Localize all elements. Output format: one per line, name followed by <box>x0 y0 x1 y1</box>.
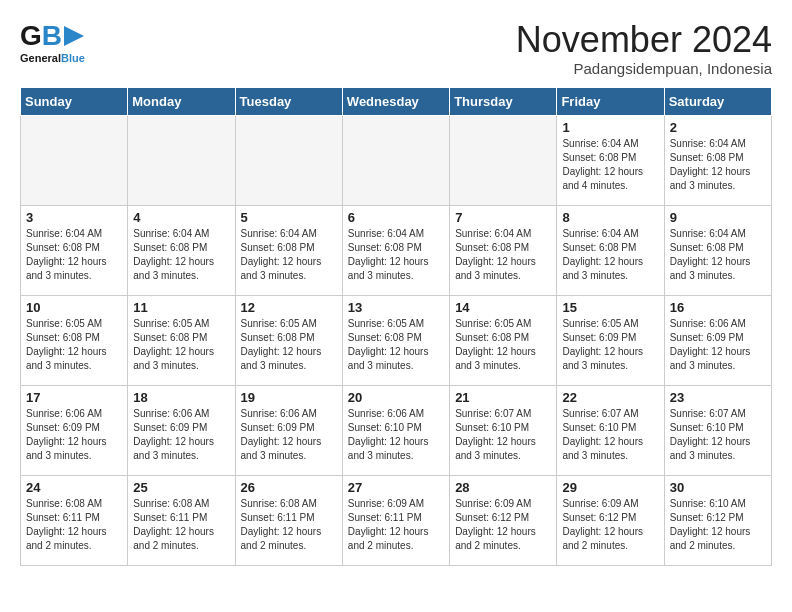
day-number: 11 <box>133 300 229 315</box>
calendar-cell: 20Sunrise: 6:06 AMSunset: 6:10 PMDayligh… <box>342 385 449 475</box>
logo: G B General Blue <box>20 20 85 64</box>
calendar-cell: 16Sunrise: 6:06 AMSunset: 6:09 PMDayligh… <box>664 295 771 385</box>
calendar-cell: 22Sunrise: 6:07 AMSunset: 6:10 PMDayligh… <box>557 385 664 475</box>
day-info: Sunrise: 6:04 AMSunset: 6:08 PMDaylight:… <box>26 227 122 283</box>
day-number: 28 <box>455 480 551 495</box>
logo-blue-text: Blue <box>61 52 85 64</box>
calendar-cell: 14Sunrise: 6:05 AMSunset: 6:08 PMDayligh… <box>450 295 557 385</box>
day-number: 13 <box>348 300 444 315</box>
day-info: Sunrise: 6:04 AMSunset: 6:08 PMDaylight:… <box>348 227 444 283</box>
day-number: 20 <box>348 390 444 405</box>
weekday-header-tuesday: Tuesday <box>235 87 342 115</box>
title-area: November 2024 Padangsidempuan, Indonesia <box>516 20 772 77</box>
day-number: 1 <box>562 120 658 135</box>
day-info: Sunrise: 6:09 AMSunset: 6:11 PMDaylight:… <box>348 497 444 553</box>
calendar-cell: 28Sunrise: 6:09 AMSunset: 6:12 PMDayligh… <box>450 475 557 565</box>
calendar-cell: 10Sunrise: 6:05 AMSunset: 6:08 PMDayligh… <box>21 295 128 385</box>
day-info: Sunrise: 6:08 AMSunset: 6:11 PMDaylight:… <box>133 497 229 553</box>
calendar-table: SundayMondayTuesdayWednesdayThursdayFrid… <box>20 87 772 566</box>
day-number: 23 <box>670 390 766 405</box>
day-number: 18 <box>133 390 229 405</box>
logo-g: G <box>20 20 42 52</box>
day-info: Sunrise: 6:07 AMSunset: 6:10 PMDaylight:… <box>670 407 766 463</box>
day-info: Sunrise: 6:05 AMSunset: 6:08 PMDaylight:… <box>133 317 229 373</box>
day-info: Sunrise: 6:05 AMSunset: 6:08 PMDaylight:… <box>241 317 337 373</box>
calendar-cell: 12Sunrise: 6:05 AMSunset: 6:08 PMDayligh… <box>235 295 342 385</box>
calendar-cell: 25Sunrise: 6:08 AMSunset: 6:11 PMDayligh… <box>128 475 235 565</box>
day-info: Sunrise: 6:08 AMSunset: 6:11 PMDaylight:… <box>241 497 337 553</box>
weekday-header-wednesday: Wednesday <box>342 87 449 115</box>
calendar-cell: 5Sunrise: 6:04 AMSunset: 6:08 PMDaylight… <box>235 205 342 295</box>
logo-b: B <box>42 20 62 52</box>
day-number: 19 <box>241 390 337 405</box>
day-info: Sunrise: 6:05 AMSunset: 6:09 PMDaylight:… <box>562 317 658 373</box>
calendar-cell: 9Sunrise: 6:04 AMSunset: 6:08 PMDaylight… <box>664 205 771 295</box>
calendar-cell: 19Sunrise: 6:06 AMSunset: 6:09 PMDayligh… <box>235 385 342 475</box>
day-info: Sunrise: 6:04 AMSunset: 6:08 PMDaylight:… <box>562 227 658 283</box>
calendar-cell: 13Sunrise: 6:05 AMSunset: 6:08 PMDayligh… <box>342 295 449 385</box>
calendar-cell: 24Sunrise: 6:08 AMSunset: 6:11 PMDayligh… <box>21 475 128 565</box>
weekday-header-friday: Friday <box>557 87 664 115</box>
calendar-cell <box>450 115 557 205</box>
weekday-header-thursday: Thursday <box>450 87 557 115</box>
day-info: Sunrise: 6:04 AMSunset: 6:08 PMDaylight:… <box>133 227 229 283</box>
day-info: Sunrise: 6:06 AMSunset: 6:09 PMDaylight:… <box>133 407 229 463</box>
day-info: Sunrise: 6:10 AMSunset: 6:12 PMDaylight:… <box>670 497 766 553</box>
calendar-cell: 18Sunrise: 6:06 AMSunset: 6:09 PMDayligh… <box>128 385 235 475</box>
day-number: 30 <box>670 480 766 495</box>
location-text: Padangsidempuan, Indonesia <box>516 60 772 77</box>
day-number: 6 <box>348 210 444 225</box>
week-row-3: 10Sunrise: 6:05 AMSunset: 6:08 PMDayligh… <box>21 295 772 385</box>
calendar-cell: 3Sunrise: 6:04 AMSunset: 6:08 PMDaylight… <box>21 205 128 295</box>
day-number: 16 <box>670 300 766 315</box>
calendar-cell: 1Sunrise: 6:04 AMSunset: 6:08 PMDaylight… <box>557 115 664 205</box>
day-info: Sunrise: 6:04 AMSunset: 6:08 PMDaylight:… <box>241 227 337 283</box>
day-info: Sunrise: 6:09 AMSunset: 6:12 PMDaylight:… <box>562 497 658 553</box>
day-info: Sunrise: 6:04 AMSunset: 6:08 PMDaylight:… <box>562 137 658 193</box>
calendar-cell <box>235 115 342 205</box>
day-number: 8 <box>562 210 658 225</box>
calendar-cell: 8Sunrise: 6:04 AMSunset: 6:08 PMDaylight… <box>557 205 664 295</box>
day-number: 2 <box>670 120 766 135</box>
week-row-1: 1Sunrise: 6:04 AMSunset: 6:08 PMDaylight… <box>21 115 772 205</box>
calendar-cell <box>21 115 128 205</box>
calendar-cell: 26Sunrise: 6:08 AMSunset: 6:11 PMDayligh… <box>235 475 342 565</box>
calendar-cell: 27Sunrise: 6:09 AMSunset: 6:11 PMDayligh… <box>342 475 449 565</box>
calendar-cell: 29Sunrise: 6:09 AMSunset: 6:12 PMDayligh… <box>557 475 664 565</box>
calendar-cell: 4Sunrise: 6:04 AMSunset: 6:08 PMDaylight… <box>128 205 235 295</box>
day-number: 5 <box>241 210 337 225</box>
day-info: Sunrise: 6:05 AMSunset: 6:08 PMDaylight:… <box>26 317 122 373</box>
calendar-cell: 30Sunrise: 6:10 AMSunset: 6:12 PMDayligh… <box>664 475 771 565</box>
day-number: 25 <box>133 480 229 495</box>
calendar-cell: 21Sunrise: 6:07 AMSunset: 6:10 PMDayligh… <box>450 385 557 475</box>
day-info: Sunrise: 6:06 AMSunset: 6:10 PMDaylight:… <box>348 407 444 463</box>
day-info: Sunrise: 6:09 AMSunset: 6:12 PMDaylight:… <box>455 497 551 553</box>
weekday-header-monday: Monday <box>128 87 235 115</box>
day-number: 14 <box>455 300 551 315</box>
day-info: Sunrise: 6:06 AMSunset: 6:09 PMDaylight:… <box>670 317 766 373</box>
day-info: Sunrise: 6:05 AMSunset: 6:08 PMDaylight:… <box>455 317 551 373</box>
day-number: 27 <box>348 480 444 495</box>
day-info: Sunrise: 6:08 AMSunset: 6:11 PMDaylight:… <box>26 497 122 553</box>
month-title: November 2024 <box>516 20 772 60</box>
calendar-cell: 6Sunrise: 6:04 AMSunset: 6:08 PMDaylight… <box>342 205 449 295</box>
day-number: 26 <box>241 480 337 495</box>
day-info: Sunrise: 6:06 AMSunset: 6:09 PMDaylight:… <box>241 407 337 463</box>
week-row-5: 24Sunrise: 6:08 AMSunset: 6:11 PMDayligh… <box>21 475 772 565</box>
calendar-cell: 15Sunrise: 6:05 AMSunset: 6:09 PMDayligh… <box>557 295 664 385</box>
day-info: Sunrise: 6:04 AMSunset: 6:08 PMDaylight:… <box>670 137 766 193</box>
day-number: 17 <box>26 390 122 405</box>
calendar-cell: 2Sunrise: 6:04 AMSunset: 6:08 PMDaylight… <box>664 115 771 205</box>
calendar-cell: 17Sunrise: 6:06 AMSunset: 6:09 PMDayligh… <box>21 385 128 475</box>
calendar-cell <box>128 115 235 205</box>
weekday-header-saturday: Saturday <box>664 87 771 115</box>
day-number: 21 <box>455 390 551 405</box>
day-info: Sunrise: 6:07 AMSunset: 6:10 PMDaylight:… <box>455 407 551 463</box>
logo-general-text: General <box>20 52 61 64</box>
calendar-cell: 23Sunrise: 6:07 AMSunset: 6:10 PMDayligh… <box>664 385 771 475</box>
day-number: 15 <box>562 300 658 315</box>
day-info: Sunrise: 6:05 AMSunset: 6:08 PMDaylight:… <box>348 317 444 373</box>
day-info: Sunrise: 6:06 AMSunset: 6:09 PMDaylight:… <box>26 407 122 463</box>
calendar-cell <box>342 115 449 205</box>
calendar-cell: 7Sunrise: 6:04 AMSunset: 6:08 PMDaylight… <box>450 205 557 295</box>
